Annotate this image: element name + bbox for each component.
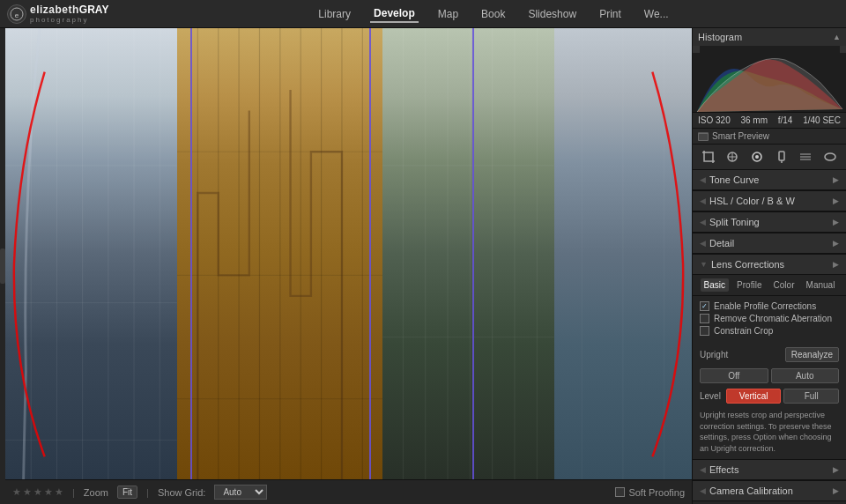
soft-proofing-checkbox[interactable] — [615, 487, 625, 497]
healing-brush-tool[interactable] — [724, 149, 740, 165]
star-5[interactable]: ★ — [55, 486, 63, 498]
star-3[interactable]: ★ — [33, 486, 42, 498]
effects-header[interactable]: ◀ Effects ▶ — [693, 460, 846, 480]
effects-toggle-icon: ◀ — [700, 465, 706, 474]
radial-filter-tool[interactable] — [822, 149, 838, 165]
lc-tab-manual[interactable]: Manual — [803, 278, 839, 292]
camera-cal-title: Camera Calibration — [709, 485, 793, 496]
camera-calibration-section: ◀ Camera Calibration ▶ — [693, 481, 846, 501]
star-rating: ★ ★ ★ ★ ★ — [12, 486, 63, 498]
histogram-arrow: ▲ — [833, 33, 841, 41]
enable-profile-checkbox[interactable]: ✓ — [700, 301, 709, 311]
nav-map[interactable]: Map — [434, 6, 462, 22]
bottom-toolbar: ★ ★ ★ ★ ★ | Zoom Fit | Show Grid: Auto S… — [5, 479, 692, 504]
logo-area: e elizabethGRAY photography — [0, 4, 141, 24]
nav-develop[interactable]: Develop — [370, 5, 419, 23]
svg-rect-48 — [699, 134, 708, 140]
grid-dropdown[interactable]: Auto — [214, 485, 267, 500]
guide-line-3 — [472, 28, 474, 479]
iso-value: ISO 320 — [698, 115, 731, 125]
logo-subtitle: photography — [30, 16, 108, 24]
histogram-header[interactable]: Histogram ▲ — [693, 28, 846, 46]
tone-curve-header[interactable]: ◀ Tone Curve ▶ — [693, 170, 846, 190]
tone-curve-toggle-icon: ◀ — [700, 175, 706, 184]
hsl-arrow: ▶ — [833, 196, 839, 205]
nav-book[interactable]: Book — [478, 6, 508, 22]
fit-button[interactable]: Fit — [117, 485, 137, 499]
nav-web[interactable]: We... — [641, 6, 672, 22]
tool-icons-row — [693, 145, 846, 170]
detail-header[interactable]: ◀ Detail ▶ — [693, 233, 846, 254]
split-toning-section: ◀ Split Toning ▶ — [693, 212, 846, 233]
logo-icon: e — [7, 4, 26, 24]
lc-tab-profile[interactable]: Profile — [733, 278, 765, 292]
camera-cal-toggle-icon: ◀ — [700, 486, 706, 495]
split-toning-header[interactable]: ◀ Split Toning ▶ — [693, 212, 846, 233]
hsl-toggle-icon: ◀ — [700, 196, 706, 205]
split-toning-toggle-icon: ◀ — [700, 218, 706, 226]
guide-line-2 — [369, 28, 371, 479]
camera-cal-header[interactable]: ◀ Camera Calibration ▶ — [693, 481, 846, 501]
graduated-filter-tool[interactable] — [798, 149, 813, 165]
split-toning-arrow: ▶ — [833, 218, 839, 226]
detail-title: Detail — [709, 238, 734, 248]
upright-row: Upright Reanalyze — [693, 344, 846, 366]
hsl-header[interactable]: ◀ HSL / Color / B & W ▶ — [693, 191, 846, 211]
effects-section: ◀ Effects ▶ — [693, 460, 846, 481]
lens-checkboxes: ✓ Enable Profile Corrections Remove Chro… — [693, 296, 846, 344]
split-toning-title: Split Toning — [709, 217, 760, 227]
zoom-label: Zoom — [84, 487, 108, 498]
aperture-value: f/14 — [778, 115, 793, 125]
lc-tab-color[interactable]: Color — [770, 278, 798, 292]
constrain-crop-checkbox[interactable] — [700, 326, 709, 336]
image-area: ★ ★ ★ ★ ★ | Zoom Fit | Show Grid: Auto S… — [5, 28, 692, 504]
top-navigation: e elizabethGRAY photography Library Deve… — [0, 0, 846, 28]
effects-arrow: ▶ — [833, 465, 839, 474]
adjustment-brush-tool[interactable] — [774, 149, 790, 165]
tone-curve-section: ◀ Tone Curve ▶ — [693, 170, 846, 191]
checkbox-row-3: Constrain Crop — [700, 326, 839, 336]
histogram-title: Histogram — [698, 32, 742, 42]
hsl-tabs-inline: HSL / Color / B & W — [709, 196, 795, 206]
lens-corrections-header[interactable]: ▼ Lens Corrections ▶ — [693, 255, 846, 275]
photo-column-3 — [382, 28, 554, 479]
histogram-section: Histogram ▲ — [693, 28, 846, 113]
lens-arrow: ▶ — [833, 260, 839, 269]
crop-tool[interactable] — [701, 149, 716, 165]
main-area: ★ ★ ★ ★ ★ | Zoom Fit | Show Grid: Auto S… — [0, 28, 846, 504]
upright-auto-button[interactable]: Auto — [771, 368, 840, 383]
lens-corrections-title: Lens Corrections — [711, 259, 784, 270]
redeye-tool[interactable] — [749, 149, 765, 165]
camera-cal-arrow: ▶ — [833, 486, 839, 495]
lens-correction-tabs: Basic Profile Color Manual — [693, 275, 846, 296]
focal-value: 36 mm — [740, 115, 768, 125]
camera-info: ISO 320 36 mm f/14 1/40 SEC — [693, 113, 846, 129]
reanalyze-button[interactable]: Reanalyze — [785, 347, 839, 362]
smart-preview-row: Smart Preview — [693, 129, 846, 145]
remove-chromatic-label: Remove Chromatic Aberration — [714, 314, 832, 323]
photo-column-1 — [5, 28, 177, 479]
soft-proofing-area: Soft Proofing — [615, 487, 685, 498]
upright-level-row: Level Vertical Full — [693, 386, 846, 406]
star-1[interactable]: ★ — [12, 486, 21, 498]
tone-curve-arrow: ▶ — [833, 175, 839, 184]
effects-title: Effects — [709, 464, 738, 475]
soft-proofing-label: Soft Proofing — [628, 487, 685, 498]
upright-vertical-button[interactable]: Vertical — [726, 389, 782, 404]
star-2[interactable]: ★ — [23, 486, 32, 498]
nav-library[interactable]: Library — [315, 6, 354, 22]
photo-background — [5, 28, 692, 479]
remove-chromatic-checkbox[interactable] — [700, 314, 709, 323]
lc-tab-basic[interactable]: Basic — [701, 278, 729, 292]
hsl-section: ◀ HSL / Color / B & W ▶ — [693, 191, 846, 212]
upright-off-button[interactable]: Off — [700, 368, 768, 383]
nav-print[interactable]: Print — [596, 6, 625, 22]
smart-preview-icon — [698, 132, 709, 140]
guide-line-1 — [190, 28, 192, 479]
star-4[interactable]: ★ — [44, 486, 53, 498]
image-canvas — [5, 28, 692, 479]
upright-full-button[interactable]: Full — [783, 389, 839, 404]
upright-off-auto-row: Off Auto — [693, 366, 846, 386]
nav-slideshow[interactable]: Slideshow — [524, 6, 580, 22]
histogram-canvas — [693, 46, 846, 112]
